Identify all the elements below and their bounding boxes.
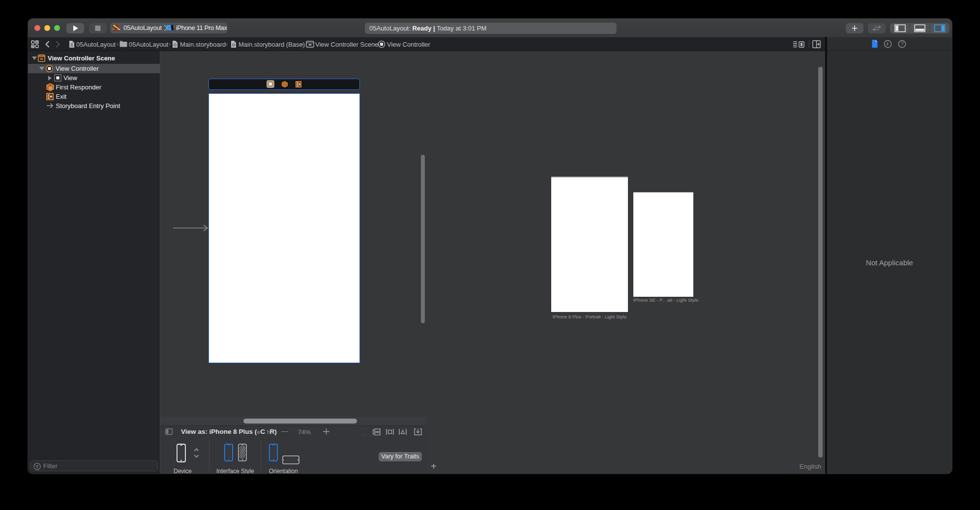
svg-text:?: ?	[901, 41, 904, 47]
svg-text:01: 01	[49, 86, 53, 90]
